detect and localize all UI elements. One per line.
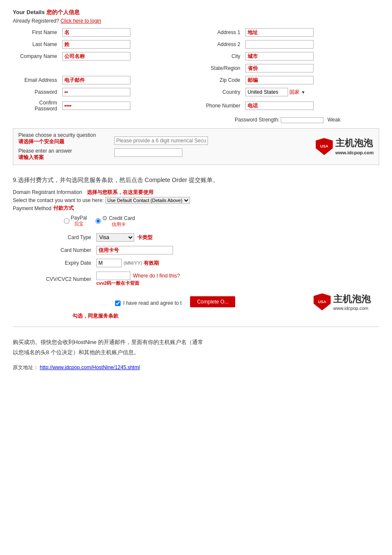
security-middle [114, 136, 306, 157]
zip-label: Zip Code [196, 74, 243, 86]
contact-select[interactable]: Use Default Contact (Details Above) [105, 197, 190, 204]
brand-logo-bottom: USA 主机泡泡 www.idcpop.com [314, 293, 371, 311]
expiry-row: (MM/YY) 有效期 [96, 259, 329, 267]
city-input[interactable] [245, 52, 314, 61]
confirm-password-label: ConfirmPassword [13, 98, 60, 113]
your-details-section: Your Details 您的个人信息 Already Registered? … [13, 9, 379, 165]
source-label: 原文地址： [13, 364, 38, 370]
domain-registrant-info: Domain Registrant Information 选择与您联系，在这里… [13, 189, 379, 196]
address2-label: Address 2 [196, 38, 243, 50]
credit-card-label: Credit Card [109, 215, 135, 221]
bottom-hint: 勾选，同意服务条款 [72, 313, 118, 319]
card-type-select[interactable]: Visa MasterCard Amex [96, 233, 134, 242]
paypal-radio[interactable] [64, 218, 69, 224]
credit-card-option[interactable]: ⊙ Credit Card 信用卡 [95, 214, 135, 228]
country-dropdown-icon[interactable]: ▼ [301, 90, 306, 95]
strength-value: Weak [327, 117, 340, 123]
usa-shield-icon: USA [316, 138, 333, 155]
choose-question-text: Please choose a security question [18, 132, 114, 138]
paypal-chinese: 贝宝 [71, 221, 87, 227]
payment-method-row: Payment Method 付款方式 [13, 205, 379, 212]
security-box: Please choose a security question 请选择一个安… [13, 128, 379, 165]
final-note: 购买成功。很快您会收到HostNine 的开通邮件，里面有你的主机账户名（通常 … [13, 337, 379, 357]
email-input[interactable] [62, 76, 130, 84]
brand-text-bottom: 主机泡泡 www.idcpop.com [333, 293, 371, 311]
security-question-input[interactable] [114, 136, 208, 145]
security-left: Please choose a security question 请选择一个安… [18, 132, 114, 161]
already-registered: Already Registered? Click here to login [13, 18, 379, 24]
usa-shield-icon-bottom: USA [314, 293, 331, 310]
last-name-input[interactable] [62, 40, 130, 49]
cvv-label: CVV/CVC2 Number [38, 269, 94, 289]
company-name-input[interactable] [62, 52, 130, 61]
password-input[interactable] [62, 88, 130, 96]
cvv-find-link[interactable]: Where do I find this? [133, 273, 180, 279]
last-name-label: Last Name [13, 38, 60, 50]
country-input[interactable] [245, 88, 288, 96]
state-input[interactable] [245, 64, 314, 72]
agree-text: I have read and agree to t [123, 300, 182, 306]
card-type-chinese: 卡类型 [137, 234, 153, 240]
paypal-option[interactable]: PayPal 贝宝 [64, 215, 87, 227]
first-name-input[interactable] [62, 28, 130, 37]
payment-method-label: Payment Method [13, 205, 52, 211]
confirm-password-input[interactable] [62, 101, 130, 110]
credit-card-radio[interactable] [95, 218, 101, 224]
phone-input[interactable] [245, 101, 314, 110]
expiry-date-label: Expiry Date [38, 257, 94, 269]
security-answer-input[interactable] [114, 148, 182, 157]
card-type-label: Card Type [38, 231, 94, 244]
section-title: Your Details 您的个人信息 [13, 9, 379, 16]
source-url-link[interactable]: http://www.idcpop.com/HostNine/1245.shtm… [40, 364, 140, 370]
paypal-label: PayPal [71, 215, 87, 221]
expiry-hint: (MM/YY) [124, 260, 142, 266]
instruction-text: 9.选择付费方式，并勾选同意服务条款，然后点击 Complete Order 提… [13, 175, 379, 185]
credit-card-icon: ⊙ [102, 214, 107, 221]
card-number-input[interactable] [96, 246, 173, 254]
phone-label: Phone Number [196, 98, 243, 113]
payment-section: Domain Registrant Information 选择与您联系，在这里… [13, 189, 379, 320]
strength-bar [281, 117, 323, 123]
registration-form: First Name Address 1 Last Name Address 2… [13, 26, 379, 125]
agree-row: I have read and agree to t [115, 300, 182, 306]
enter-answer-chinese: 请输入答案 [18, 154, 114, 161]
city-label: City [196, 50, 243, 62]
password-strength-label: Password Strength: [235, 117, 280, 123]
agree-checkbox[interactable] [115, 301, 121, 306]
choose-question-chinese: 请选择一个安全问题 [18, 138, 114, 145]
expiry-input[interactable] [96, 259, 122, 267]
cvv-input[interactable] [96, 272, 130, 280]
card-number-label: Card Number [38, 244, 94, 257]
password-label: Password [13, 86, 60, 98]
address1-label: Address 1 [196, 26, 243, 38]
country-chinese: 国家 [289, 89, 300, 95]
address1-input[interactable] [245, 28, 314, 37]
select-contact-info: Select the contact you want to use here:… [13, 197, 379, 204]
brand-logo-top: USA 主机泡泡 www.idcpop.com [306, 137, 374, 156]
brand-text-top: 主机泡泡 www.idcpop.com [335, 137, 374, 156]
first-name-label: First Name [13, 26, 60, 38]
cvv-row: Where do I find this? [96, 272, 329, 280]
payment-method-chinese: 付款方式 [53, 205, 74, 212]
credit-card-chinese: 信用卡 [102, 221, 135, 228]
zip-input[interactable] [245, 76, 314, 84]
complete-order-button[interactable]: Complete O... [190, 296, 235, 307]
state-label: State/Region [196, 62, 243, 74]
company-name-label: Company Name [13, 50, 60, 62]
source-link-row: 原文地址： http://www.idcpop.com/HostNine/124… [13, 364, 379, 371]
expiry-chinese: 有效期 [144, 260, 159, 267]
card-form: Card Type Visa MasterCard Amex 卡类型 Card … [38, 231, 331, 289]
email-label: Email Address [13, 74, 60, 86]
login-link[interactable]: Click here to login [61, 18, 101, 24]
address2-input[interactable] [245, 40, 314, 49]
enter-answer-text: Please enter an answer [18, 148, 114, 154]
divider [13, 327, 379, 327]
country-label: Country [196, 86, 243, 98]
cvv-chinese: cvv2码一般在卡背面 [96, 280, 329, 286]
